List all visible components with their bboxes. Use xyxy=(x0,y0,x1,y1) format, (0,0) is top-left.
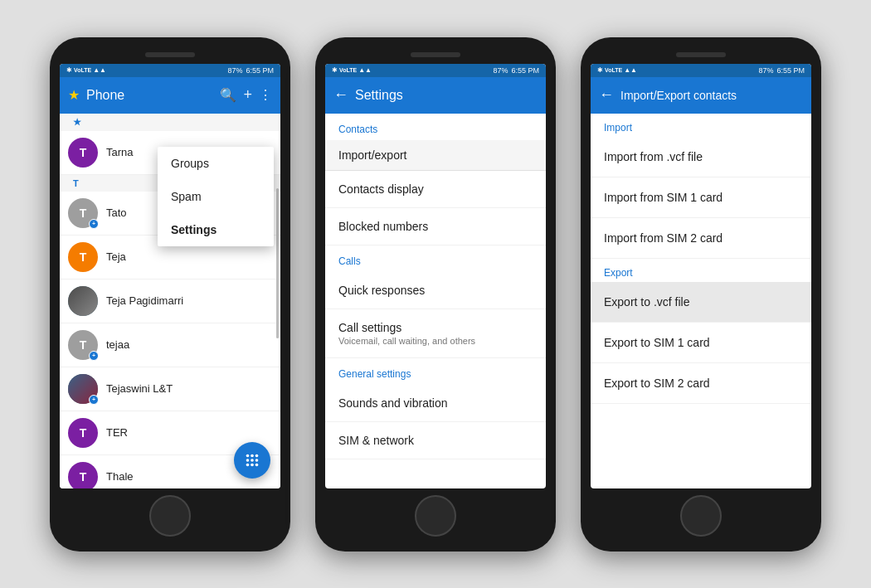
status-right-3: 87% 6:55 PM xyxy=(758,66,805,75)
avatar: T + xyxy=(68,330,98,360)
svg-point-3 xyxy=(246,459,250,462)
phone-home-button-3[interactable] xyxy=(680,495,722,537)
settings-item-subtitle: Voicemail, call waiting, and others xyxy=(338,336,533,346)
calls-section-label: Calls xyxy=(325,245,546,272)
back-arrow-2[interactable]: ← xyxy=(333,86,348,104)
phone-screen-2: ✱ VoLTE ▲▲ 87% 6:55 PM ← Settings Contac… xyxy=(325,64,546,488)
settings-item-quick-responses[interactable]: Quick responses xyxy=(325,272,546,309)
import-vcf-item[interactable]: Import from .vcf file xyxy=(591,137,811,177)
status-left-icons-2: ✱ VoLTE ▲▲ xyxy=(332,66,372,74)
dropdown-item-settings[interactable]: Settings xyxy=(158,213,274,246)
contact-name: Thale xyxy=(106,470,134,483)
phone-speaker-2 xyxy=(411,52,460,57)
export-sim1-item[interactable]: Export to SIM 1 card xyxy=(591,323,811,363)
star-icon: ★ xyxy=(68,87,80,103)
import-section-label: Import xyxy=(591,114,811,137)
bluetooth-icon: ✱ xyxy=(66,66,72,74)
settings-item-blocked-numbers[interactable]: Blocked numbers xyxy=(325,208,546,245)
contact-name: Teja Pagidimarri xyxy=(106,294,183,307)
app-title-3: Import/Export contacts xyxy=(620,89,803,102)
scrollbar xyxy=(276,188,279,338)
avatar: T xyxy=(68,138,98,168)
app-bar-2: ← Settings xyxy=(325,77,546,114)
time-text-2: 6:55 PM xyxy=(511,66,539,75)
more-icon[interactable]: ⋮ xyxy=(259,87,272,103)
avatar: T xyxy=(68,462,98,488)
phone-3: ✱ VoLTE ▲▲ 87% 6:55 PM ← Import/Export c… xyxy=(581,37,821,552)
status-left-icons-3: ✱ VoLTE ▲▲ xyxy=(597,66,637,74)
bluetooth-icon-3: ✱ xyxy=(597,66,603,74)
search-icon[interactable]: 🔍 xyxy=(220,87,236,103)
status-right-1: 87% 6:55 PM xyxy=(227,66,274,75)
dropdown-item-groups[interactable]: Groups xyxy=(158,147,274,180)
time-text-3: 6:55 PM xyxy=(776,66,805,75)
avatar xyxy=(68,286,98,316)
settings-item-title: Sounds and vibration xyxy=(338,396,533,410)
time-text-1: 6:55 PM xyxy=(246,66,274,75)
settings-content: Contacts Import/export Contacts display … xyxy=(325,114,546,488)
phone-screen-3: ✱ VoLTE ▲▲ 87% 6:55 PM ← Import/Export c… xyxy=(591,64,811,488)
contact-name: Tato xyxy=(106,207,127,219)
status-bar-2: ✱ VoLTE ▲▲ 87% 6:55 PM xyxy=(325,64,546,77)
list-item[interactable]: + Tejaswini L&T xyxy=(60,367,280,411)
contact-name: Teja xyxy=(106,250,126,263)
contact-name: Tarna xyxy=(106,146,134,158)
avatar-badge: + xyxy=(89,219,99,229)
app-title-2: Settings xyxy=(355,88,538,103)
phone-speaker-3 xyxy=(676,52,726,57)
svg-point-2 xyxy=(255,454,259,457)
import-export-content: Import Import from .vcf file Import from… xyxy=(591,114,811,488)
contact-name: Tejaswini L&T xyxy=(106,382,173,395)
settings-item-sounds[interactable]: Sounds and vibration xyxy=(325,385,546,422)
avatar: + xyxy=(68,374,98,404)
back-arrow-3[interactable]: ← xyxy=(599,86,614,104)
svg-point-8 xyxy=(255,463,259,466)
status-bar-3: ✱ VoLTE ▲▲ 87% 6:55 PM xyxy=(591,64,811,77)
svg-point-0 xyxy=(246,454,250,457)
status-left-icons-1: ✱ VoLTE ▲▲ xyxy=(66,66,106,74)
list-item[interactable]: Teja Pagidimarri xyxy=(60,279,280,323)
signal-icon-2: ▲▲ xyxy=(358,66,372,74)
export-section-label: Export xyxy=(591,259,811,282)
contact-name: TER xyxy=(106,426,128,439)
settings-item-title: Blocked numbers xyxy=(338,220,533,233)
avatar: T + xyxy=(68,198,98,228)
svg-point-7 xyxy=(251,463,254,466)
export-vcf-item[interactable]: Export to .vcf file xyxy=(591,282,811,323)
avatar-badge: + xyxy=(89,351,99,361)
contact-name: tejaa xyxy=(106,338,129,351)
phone-screen-1: ✱ VoLTE ▲▲ 87% 6:55 PM ★ Phone 🔍 + ⋮ ★ T… xyxy=(60,64,280,488)
contacts-section-label: Contacts xyxy=(325,114,546,140)
volte-icon-3: VoLTE xyxy=(605,67,622,73)
import-sim2-item[interactable]: Import from SIM 2 card xyxy=(591,218,811,259)
phone-home-button-2[interactable] xyxy=(415,495,456,537)
settings-item-call-settings[interactable]: Call settings Voicemail, call waiting, a… xyxy=(325,309,546,358)
phone-home-button-1[interactable] xyxy=(149,495,191,537)
import-sim1-item[interactable]: Import from SIM 1 card xyxy=(591,177,811,218)
status-right-2: 87% 6:55 PM xyxy=(493,66,539,75)
svg-point-1 xyxy=(251,454,254,457)
svg-point-6 xyxy=(246,463,250,466)
settings-item-sim-network[interactable]: SIM & network xyxy=(325,422,546,459)
phone-2: ✱ VoLTE ▲▲ 87% 6:55 PM ← Settings Contac… xyxy=(315,37,556,552)
settings-item-contacts-display[interactable]: Contacts display xyxy=(325,171,546,208)
status-bar-1: ✱ VoLTE ▲▲ 87% 6:55 PM xyxy=(60,64,280,77)
app-bar-3: ← Import/Export contacts xyxy=(591,77,811,114)
avatar: T xyxy=(68,242,98,272)
avatar: T xyxy=(68,418,98,448)
svg-point-5 xyxy=(255,459,259,462)
fab-dialpad[interactable] xyxy=(234,442,270,479)
import-export-header[interactable]: Import/export xyxy=(325,140,546,171)
phone-speaker-1 xyxy=(145,52,195,57)
signal-icon: ▲▲ xyxy=(93,66,106,74)
dropdown-item-spam[interactable]: Spam xyxy=(158,180,274,213)
settings-item-title: Contacts display xyxy=(338,182,533,196)
signal-icon-3: ▲▲ xyxy=(624,66,637,74)
svg-point-4 xyxy=(251,459,254,462)
add-icon[interactable]: + xyxy=(243,86,252,104)
export-sim2-item[interactable]: Export to SIM 2 card xyxy=(591,363,811,404)
list-item[interactable]: T + tejaa xyxy=(60,323,280,367)
general-section-label: General settings xyxy=(325,358,546,385)
app-bar-1: ★ Phone 🔍 + ⋮ xyxy=(60,77,280,114)
contact-list: ★ T Tarna T T + Tato T Teja xyxy=(60,114,280,488)
